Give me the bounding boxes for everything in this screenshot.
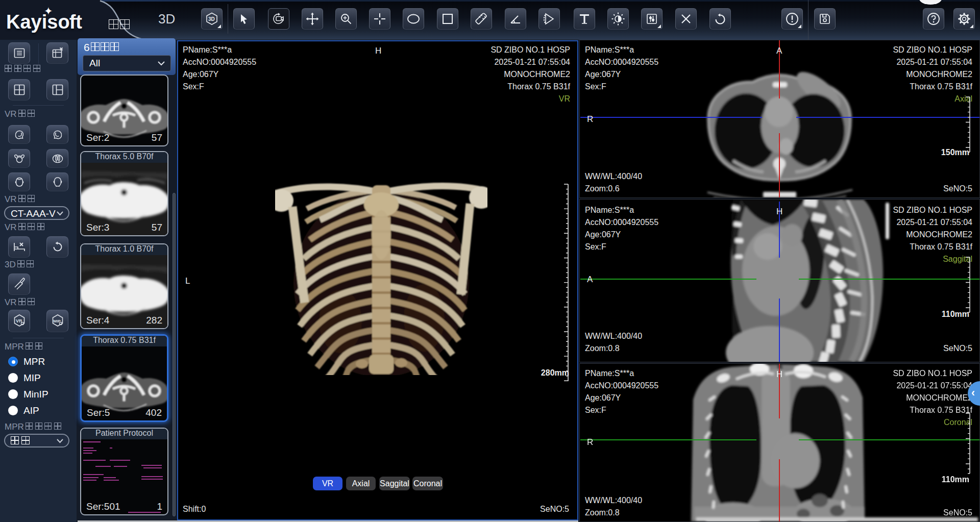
- svg-text:3D: 3D: [208, 16, 215, 22]
